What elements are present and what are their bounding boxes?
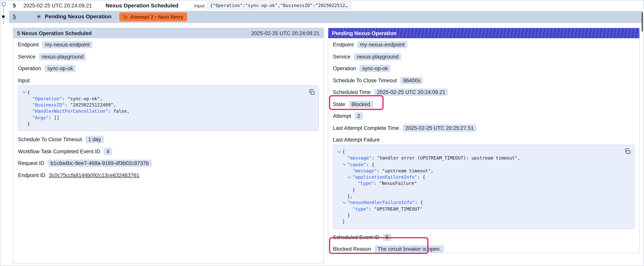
event-title: Nexus Operation Scheduled bbox=[106, 2, 178, 9]
timeline-dotted-line bbox=[3, 19, 4, 24]
input-label: Input bbox=[194, 3, 204, 9]
field-label: Service bbox=[18, 54, 36, 60]
annotation-state-highlight bbox=[329, 95, 384, 110]
chevron-down-icon[interactable] bbox=[347, 175, 352, 180]
field-label: Request ID bbox=[18, 160, 44, 166]
field-value-chip: my-nexus-endpoint bbox=[42, 41, 92, 48]
chevron-down-icon[interactable] bbox=[342, 200, 347, 205]
field-row: Schedule To Close Timeout 86400s bbox=[333, 76, 635, 84]
field-row: Service nexus-playground bbox=[18, 53, 319, 61]
json-line: { bbox=[337, 149, 630, 155]
pending-operation-header: Pending Nexus Operation bbox=[328, 28, 639, 38]
field-row: Operation sync-op-ok bbox=[18, 64, 319, 73]
json-line: }, bbox=[337, 193, 630, 199]
field-label: Endpoint bbox=[18, 42, 39, 48]
json-line: } bbox=[337, 187, 630, 193]
json-line: "message": "handler error (UPSTREAM_TIME… bbox=[337, 155, 630, 161]
json-line: { bbox=[22, 89, 314, 96]
chevron-down-icon[interactable] bbox=[22, 90, 27, 95]
timeline-filled-dot-icon bbox=[2, 15, 5, 18]
field-row: Schedule To Close Timeout 1 day bbox=[18, 136, 319, 144]
field-label: Service bbox=[333, 54, 350, 60]
json-line: } bbox=[337, 219, 630, 225]
field-row: Operation sync-op-ok bbox=[333, 64, 635, 73]
json-line: "HandlerWaitForCancellation": false, bbox=[22, 108, 314, 115]
pending-operation-header-title: Pending Nexus Operation bbox=[332, 30, 396, 36]
field-row: Request ID b1c6a4bc-8ee7-468a-9169-df3b0… bbox=[18, 159, 319, 167]
event-detail-panel: 5 Nexus Operation Scheduled 2025-02-25 U… bbox=[13, 28, 324, 264]
field-value-chip: 2025-02-25 UTC 20:25:27.51 bbox=[402, 124, 476, 132]
field-label: Workflow Task Completed Event ID bbox=[18, 149, 100, 154]
retry-badge-label: Attempt 2 • Next Retry bbox=[130, 14, 184, 20]
field-value-chip: 4 bbox=[104, 148, 112, 155]
field-value-chip: nexus-playground bbox=[39, 53, 86, 60]
scrollbar-thumb[interactable] bbox=[642, 12, 643, 32]
json-line: "cause": { bbox=[337, 161, 630, 168]
field-label: Last Attempt Complete Time bbox=[333, 125, 399, 131]
event-id: 5 bbox=[13, 3, 16, 9]
timeline-dotted-line bbox=[3, 7, 4, 14]
chevron-down-icon[interactable] bbox=[337, 150, 342, 154]
field-row: Endpoint ID 3c0c75ccfa8144b092c13ce63246… bbox=[18, 171, 319, 179]
field-value-chip: nexus-playground bbox=[354, 53, 401, 60]
retry-badge: ↻ Attempt 2 • Next Retry bbox=[119, 13, 187, 22]
field-value-chip: sync-op-ok bbox=[45, 65, 76, 72]
json-line: "type": "NexusFailure" bbox=[337, 180, 630, 187]
json-line: "applicationFailureInfo": { bbox=[337, 174, 630, 180]
retry-circular-arrow-icon: ↻ bbox=[123, 14, 128, 20]
json-line: "type": "UPSTREAM_TIMEOUT" bbox=[337, 206, 630, 212]
event-history-row[interactable]: 5 2025-02-25 UTC 20:24:09.21 Nexus Opera… bbox=[7, 1, 642, 11]
field-label: Schedule To Close Timeout bbox=[333, 77, 397, 83]
field-row: Workflow Task Completed Event ID 4 bbox=[18, 147, 319, 156]
event-detail-header-timestamp: 2025-02-25 UTC 20:24:09.21 bbox=[251, 30, 320, 36]
field-label: Attempt bbox=[333, 113, 351, 119]
chevron-down-icon[interactable] bbox=[342, 162, 347, 167]
field-row: Attempt 2 bbox=[333, 112, 635, 120]
field-value-chip: b1c6a4bc-8ee7-468a-9169-df3b02c8737b bbox=[48, 160, 152, 167]
event-detail-header: 5 Nexus Operation Scheduled 2025-02-25 U… bbox=[13, 28, 324, 38]
field-label: Endpoint ID bbox=[18, 172, 46, 178]
input-json-viewer: { "Operation": "sync-op-ok", "BusinessID… bbox=[18, 85, 319, 131]
timeline-circle-outline-icon bbox=[2, 2, 6, 6]
json-line: "nexusHandlerFailureInfo": { bbox=[337, 199, 630, 206]
field-value-chip: 1 day bbox=[85, 136, 104, 143]
copy-icon[interactable] bbox=[624, 148, 631, 155]
field-value-chip: my-nexus-endpoint bbox=[357, 41, 408, 48]
field-value-chip: 86400s bbox=[400, 77, 423, 84]
field-value-chip: 2 bbox=[354, 112, 363, 120]
field-label: Schedule To Close Timeout bbox=[18, 137, 82, 143]
copy-icon[interactable] bbox=[308, 88, 315, 95]
json-line: } bbox=[337, 212, 630, 219]
field-row: Endpoint my-nexus-endpoint bbox=[18, 41, 319, 49]
field-value-chip: 2025-02-25 UTC 20:24:09.21 bbox=[374, 89, 448, 96]
field-label: Scheduled Time bbox=[333, 89, 371, 95]
event-id-link[interactable]: 5 bbox=[13, 14, 16, 20]
json-line: "Args": [] bbox=[22, 114, 314, 121]
input-preview-chip: {"Operation":"sync-op-ok","BusinessID":"… bbox=[207, 2, 351, 9]
pending-operation-panel: Pending Nexus Operation Endpoint my-nexu… bbox=[328, 28, 640, 253]
field-row: Endpoint my-nexus-endpoint bbox=[333, 41, 635, 49]
json-line: "message": "upstream timeout", bbox=[337, 168, 630, 174]
nexus-asterisk-icon: ✳ bbox=[36, 13, 41, 20]
pending-operation-title: Pending Nexus Operation bbox=[45, 13, 112, 20]
event-timestamp: 2025-02-25 UTC 20:24:09.21 bbox=[24, 3, 92, 9]
failure-json-viewer: { "message": "handler error (UPSTREAM_TI… bbox=[333, 145, 635, 229]
field-label: Operation bbox=[333, 66, 356, 71]
json-line: "Operation": "sync-op-ok", bbox=[22, 96, 314, 102]
temporal-event-history-screen: 5 2025-02-25 UTC 20:24:09.21 Nexus Opera… bbox=[0, 0, 644, 266]
failure-section-label: Last Attempt Failure bbox=[333, 136, 635, 144]
field-label: Operation bbox=[18, 66, 41, 71]
field-value-chip: sync-op-ok bbox=[360, 65, 391, 72]
json-line: } bbox=[22, 121, 314, 127]
field-label: Endpoint bbox=[333, 42, 354, 48]
pending-operation-row[interactable]: 5 ✳ Pending Nexus Operation ↻ Attempt 2 … bbox=[9, 11, 642, 23]
event-detail-header-title: 5 Nexus Operation Scheduled bbox=[17, 30, 92, 36]
input-section-label: Input bbox=[18, 76, 319, 84]
annotation-blocked-reason-highlight bbox=[329, 237, 428, 254]
field-row: Service nexus-playground bbox=[333, 53, 635, 61]
json-line: "BusinessID": "20250225122409", bbox=[22, 102, 314, 108]
field-row: Last Attempt Complete Time 2025-02-25 UT… bbox=[333, 124, 635, 132]
endpoint-id-link[interactable]: 3c0c75ccfa8144b092c13ce632463761 bbox=[49, 172, 139, 178]
